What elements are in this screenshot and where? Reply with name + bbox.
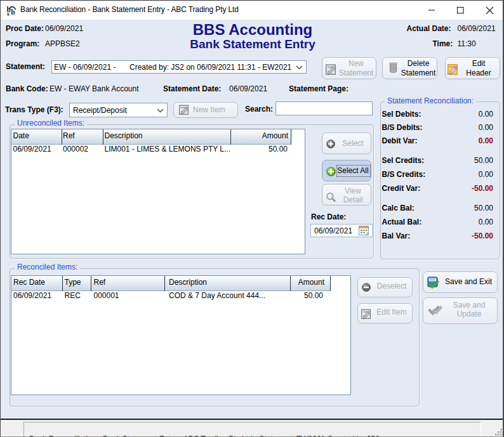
svg-text:s: s (7, 11, 10, 16)
svg-text:b: b (11, 8, 15, 16)
